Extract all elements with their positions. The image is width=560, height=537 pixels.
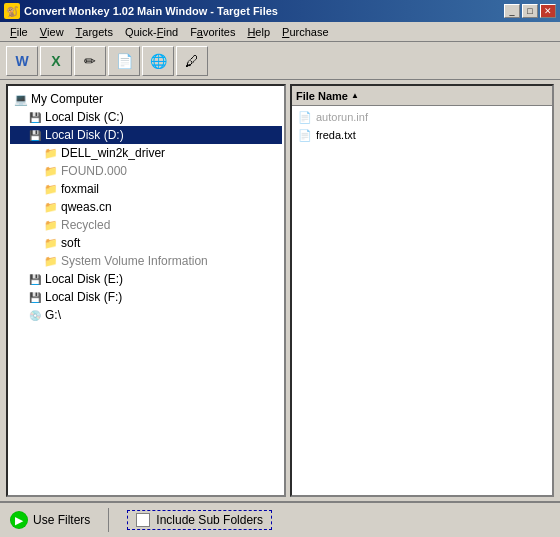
tree-local-disk-e[interactable]: 💾 Local Disk (E:) xyxy=(10,270,282,288)
tree-local-disk-d[interactable]: 💾 Local Disk (D:) xyxy=(10,126,282,144)
folder-found-icon: 📁 xyxy=(44,164,58,178)
file-list: 📄 autorun.inf 📄 freda.txt xyxy=(292,106,552,146)
folder-recycled-icon: 📁 xyxy=(44,218,58,232)
computer-icon: 💻 xyxy=(14,92,28,106)
tree-my-computer[interactable]: 💻 My Computer xyxy=(10,90,282,108)
menu-help[interactable]: Help xyxy=(241,23,276,41)
status-separator xyxy=(108,508,109,532)
toolbar: W X ✏ 📄 🌐 🖊 xyxy=(0,42,560,80)
subfolder-checkbox[interactable] xyxy=(136,513,150,527)
tree-foxmail[interactable]: 📁 foxmail xyxy=(10,180,282,198)
drive-d-icon: 💾 xyxy=(28,128,42,142)
folder-soft-icon: 📁 xyxy=(44,236,58,250)
tree-qweas[interactable]: 📁 qweas.cn xyxy=(10,198,282,216)
drive-c-icon: 💾 xyxy=(28,110,42,124)
use-filters-label: Use Filters xyxy=(33,513,90,527)
menu-quickfind[interactable]: Quick-Find xyxy=(119,23,184,41)
drive-f-icon: 💾 xyxy=(28,290,42,304)
tree-local-disk-c[interactable]: 💾 Local Disk (C:) xyxy=(10,108,282,126)
excel-button[interactable]: X xyxy=(40,46,72,76)
tree-g-drive[interactable]: 💿 G:\ xyxy=(10,306,282,324)
edit-button[interactable]: ✏ xyxy=(74,46,106,76)
title-bar: 🐒 Convert Monkey 1.02 Main Window - Targ… xyxy=(0,0,560,22)
maximize-button[interactable]: □ xyxy=(522,4,538,18)
tree-system-vol[interactable]: 📁 System Volume Information xyxy=(10,252,282,270)
tree-found000[interactable]: 📁 FOUND.000 xyxy=(10,162,282,180)
use-filters-button[interactable]: ▶ Use Filters xyxy=(10,511,90,529)
window-controls: _ □ ✕ xyxy=(504,4,556,18)
sign-button[interactable]: 🖊 xyxy=(176,46,208,76)
menu-favorites[interactable]: Favorites xyxy=(184,23,241,41)
folder-qweas-icon: 📁 xyxy=(44,200,58,214)
app-icon: 🐒 xyxy=(4,3,20,19)
status-bar: ▶ Use Filters Include Sub Folders xyxy=(0,501,560,537)
tree-soft[interactable]: 📁 soft xyxy=(10,234,282,252)
drive-e-icon: 💾 xyxy=(28,272,42,286)
main-area: 💻 My Computer 💾 Local Disk (C:) 💾 Local … xyxy=(0,80,560,501)
subfolder-label: Include Sub Folders xyxy=(156,513,263,527)
drive-g-icon: 💿 xyxy=(28,308,42,322)
word-button[interactable]: W xyxy=(6,46,38,76)
tree-recycled[interactable]: 📁 Recycled xyxy=(10,216,282,234)
folder-foxmail-icon: 📁 xyxy=(44,182,58,196)
menu-view[interactable]: View xyxy=(34,23,70,41)
tree-local-disk-f[interactable]: 💾 Local Disk (F:) xyxy=(10,288,282,306)
tree-dell-win2k[interactable]: 📁 DELL_win2k_driver xyxy=(10,144,282,162)
filter-icon: ▶ xyxy=(10,511,28,529)
web-button[interactable]: 🌐 xyxy=(142,46,174,76)
menu-targets[interactable]: Targets xyxy=(70,23,119,41)
file-autorun-icon: 📄 xyxy=(298,111,312,124)
tree-panel[interactable]: 💻 My Computer 💾 Local Disk (C:) 💾 Local … xyxy=(6,84,286,497)
menu-bar: File View Targets Quick-Find Favorites H… xyxy=(0,22,560,42)
filename-column-header: File Name xyxy=(296,90,348,102)
folder-sysvolinfo-icon: 📁 xyxy=(44,254,58,268)
sort-arrow-icon: ▲ xyxy=(351,91,359,100)
file-item-freda[interactable]: 📄 freda.txt xyxy=(294,126,550,144)
window-title: Convert Monkey 1.02 Main Window - Target… xyxy=(24,5,504,17)
file-list-header: File Name ▲ xyxy=(292,86,552,106)
close-button[interactable]: ✕ xyxy=(540,4,556,18)
menu-purchase[interactable]: Purchase xyxy=(276,23,334,41)
file-item-autorun[interactable]: 📄 autorun.inf xyxy=(294,108,550,126)
document-button[interactable]: 📄 xyxy=(108,46,140,76)
folder-dell-icon: 📁 xyxy=(44,146,58,160)
file-freda-icon: 📄 xyxy=(298,129,312,142)
subfolder-checkbox-area[interactable]: Include Sub Folders xyxy=(127,510,272,530)
menu-file[interactable]: File xyxy=(4,23,34,41)
minimize-button[interactable]: _ xyxy=(504,4,520,18)
file-panel[interactable]: File Name ▲ 📄 autorun.inf 📄 freda.txt xyxy=(290,84,554,497)
